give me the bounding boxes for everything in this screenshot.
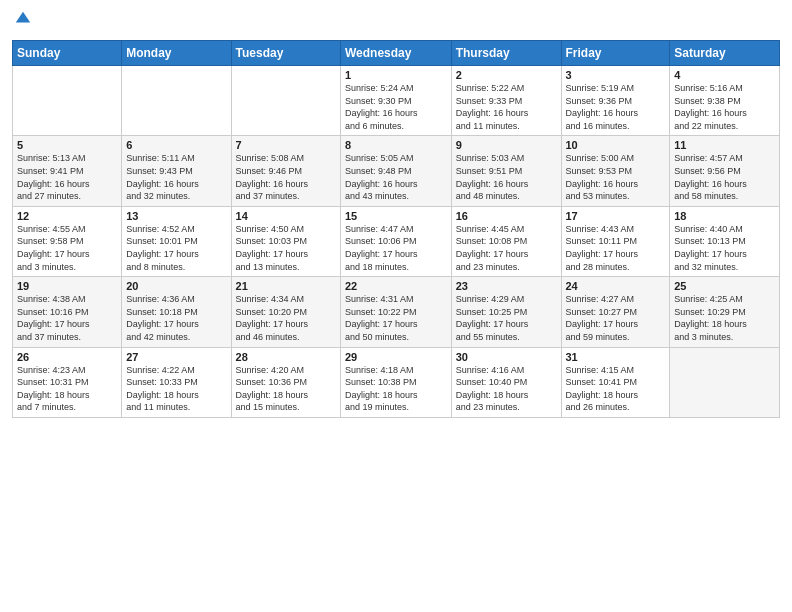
calendar-cell: 19Sunrise: 4:38 AM Sunset: 10:16 PM Dayl… [13, 277, 122, 347]
day-number: 1 [345, 69, 447, 81]
calendar-header-monday: Monday [122, 41, 231, 66]
calendar-cell: 3Sunrise: 5:19 AM Sunset: 9:36 PM Daylig… [561, 66, 670, 136]
day-number: 23 [456, 280, 557, 292]
calendar-header-row: SundayMondayTuesdayWednesdayThursdayFrid… [13, 41, 780, 66]
day-number: 18 [674, 210, 775, 222]
day-number: 30 [456, 351, 557, 363]
day-info: Sunrise: 4:45 AM Sunset: 10:08 PM Daylig… [456, 223, 557, 273]
calendar-cell: 2Sunrise: 5:22 AM Sunset: 9:33 PM Daylig… [451, 66, 561, 136]
calendar-cell [13, 66, 122, 136]
calendar-cell: 27Sunrise: 4:22 AM Sunset: 10:33 PM Dayl… [122, 347, 231, 417]
day-number: 6 [126, 139, 226, 151]
day-number: 5 [17, 139, 117, 151]
calendar-cell: 29Sunrise: 4:18 AM Sunset: 10:38 PM Dayl… [341, 347, 452, 417]
day-info: Sunrise: 4:38 AM Sunset: 10:16 PM Daylig… [17, 293, 117, 343]
day-number: 20 [126, 280, 226, 292]
calendar-cell: 8Sunrise: 5:05 AM Sunset: 9:48 PM Daylig… [341, 136, 452, 206]
day-info: Sunrise: 4:27 AM Sunset: 10:27 PM Daylig… [566, 293, 666, 343]
day-info: Sunrise: 5:00 AM Sunset: 9:53 PM Dayligh… [566, 152, 666, 202]
calendar-cell: 28Sunrise: 4:20 AM Sunset: 10:36 PM Dayl… [231, 347, 340, 417]
calendar-cell: 5Sunrise: 5:13 AM Sunset: 9:41 PM Daylig… [13, 136, 122, 206]
calendar-cell: 21Sunrise: 4:34 AM Sunset: 10:20 PM Dayl… [231, 277, 340, 347]
calendar-cell: 12Sunrise: 4:55 AM Sunset: 9:58 PM Dayli… [13, 206, 122, 276]
day-number: 7 [236, 139, 336, 151]
logo-icon [14, 10, 32, 28]
calendar-cell: 30Sunrise: 4:16 AM Sunset: 10:40 PM Dayl… [451, 347, 561, 417]
day-info: Sunrise: 4:25 AM Sunset: 10:29 PM Daylig… [674, 293, 775, 343]
day-number: 28 [236, 351, 336, 363]
calendar-cell: 4Sunrise: 5:16 AM Sunset: 9:38 PM Daylig… [670, 66, 780, 136]
calendar-cell: 6Sunrise: 5:11 AM Sunset: 9:43 PM Daylig… [122, 136, 231, 206]
calendar-cell: 14Sunrise: 4:50 AM Sunset: 10:03 PM Dayl… [231, 206, 340, 276]
day-info: Sunrise: 4:55 AM Sunset: 9:58 PM Dayligh… [17, 223, 117, 273]
day-info: Sunrise: 4:40 AM Sunset: 10:13 PM Daylig… [674, 223, 775, 273]
day-number: 31 [566, 351, 666, 363]
calendar-cell: 31Sunrise: 4:15 AM Sunset: 10:41 PM Dayl… [561, 347, 670, 417]
day-number: 19 [17, 280, 117, 292]
day-number: 22 [345, 280, 447, 292]
calendar-week-row: 12Sunrise: 4:55 AM Sunset: 9:58 PM Dayli… [13, 206, 780, 276]
calendar-cell: 18Sunrise: 4:40 AM Sunset: 10:13 PM Dayl… [670, 206, 780, 276]
day-info: Sunrise: 5:22 AM Sunset: 9:33 PM Dayligh… [456, 82, 557, 132]
day-info: Sunrise: 5:13 AM Sunset: 9:41 PM Dayligh… [17, 152, 117, 202]
day-number: 9 [456, 139, 557, 151]
day-info: Sunrise: 4:23 AM Sunset: 10:31 PM Daylig… [17, 364, 117, 414]
calendar-cell: 13Sunrise: 4:52 AM Sunset: 10:01 PM Dayl… [122, 206, 231, 276]
day-info: Sunrise: 4:18 AM Sunset: 10:38 PM Daylig… [345, 364, 447, 414]
calendar-cell [670, 347, 780, 417]
day-info: Sunrise: 4:52 AM Sunset: 10:01 PM Daylig… [126, 223, 226, 273]
day-info: Sunrise: 4:57 AM Sunset: 9:56 PM Dayligh… [674, 152, 775, 202]
calendar-week-row: 26Sunrise: 4:23 AM Sunset: 10:31 PM Dayl… [13, 347, 780, 417]
calendar-cell: 16Sunrise: 4:45 AM Sunset: 10:08 PM Dayl… [451, 206, 561, 276]
day-number: 21 [236, 280, 336, 292]
day-info: Sunrise: 4:16 AM Sunset: 10:40 PM Daylig… [456, 364, 557, 414]
day-number: 15 [345, 210, 447, 222]
day-info: Sunrise: 5:03 AM Sunset: 9:51 PM Dayligh… [456, 152, 557, 202]
day-info: Sunrise: 5:11 AM Sunset: 9:43 PM Dayligh… [126, 152, 226, 202]
header [12, 10, 780, 32]
day-number: 26 [17, 351, 117, 363]
calendar-header-sunday: Sunday [13, 41, 122, 66]
calendar-cell [231, 66, 340, 136]
calendar-cell: 10Sunrise: 5:00 AM Sunset: 9:53 PM Dayli… [561, 136, 670, 206]
calendar-cell: 15Sunrise: 4:47 AM Sunset: 10:06 PM Dayl… [341, 206, 452, 276]
day-info: Sunrise: 4:22 AM Sunset: 10:33 PM Daylig… [126, 364, 226, 414]
svg-marker-0 [16, 12, 30, 23]
day-info: Sunrise: 5:24 AM Sunset: 9:30 PM Dayligh… [345, 82, 447, 132]
calendar-week-row: 19Sunrise: 4:38 AM Sunset: 10:16 PM Dayl… [13, 277, 780, 347]
day-number: 10 [566, 139, 666, 151]
day-number: 17 [566, 210, 666, 222]
calendar-cell [122, 66, 231, 136]
day-number: 11 [674, 139, 775, 151]
calendar-cell: 17Sunrise: 4:43 AM Sunset: 10:11 PM Dayl… [561, 206, 670, 276]
calendar-cell: 26Sunrise: 4:23 AM Sunset: 10:31 PM Dayl… [13, 347, 122, 417]
day-number: 29 [345, 351, 447, 363]
calendar-cell: 7Sunrise: 5:08 AM Sunset: 9:46 PM Daylig… [231, 136, 340, 206]
day-info: Sunrise: 5:19 AM Sunset: 9:36 PM Dayligh… [566, 82, 666, 132]
day-number: 16 [456, 210, 557, 222]
logo [12, 10, 34, 32]
day-info: Sunrise: 5:08 AM Sunset: 9:46 PM Dayligh… [236, 152, 336, 202]
calendar-week-row: 5Sunrise: 5:13 AM Sunset: 9:41 PM Daylig… [13, 136, 780, 206]
day-number: 24 [566, 280, 666, 292]
day-info: Sunrise: 4:50 AM Sunset: 10:03 PM Daylig… [236, 223, 336, 273]
day-info: Sunrise: 4:29 AM Sunset: 10:25 PM Daylig… [456, 293, 557, 343]
calendar-cell: 1Sunrise: 5:24 AM Sunset: 9:30 PM Daylig… [341, 66, 452, 136]
calendar-cell: 25Sunrise: 4:25 AM Sunset: 10:29 PM Dayl… [670, 277, 780, 347]
calendar-cell: 24Sunrise: 4:27 AM Sunset: 10:27 PM Dayl… [561, 277, 670, 347]
day-info: Sunrise: 5:05 AM Sunset: 9:48 PM Dayligh… [345, 152, 447, 202]
calendar: SundayMondayTuesdayWednesdayThursdayFrid… [12, 40, 780, 418]
day-number: 13 [126, 210, 226, 222]
day-number: 8 [345, 139, 447, 151]
calendar-cell: 11Sunrise: 4:57 AM Sunset: 9:56 PM Dayli… [670, 136, 780, 206]
day-info: Sunrise: 4:20 AM Sunset: 10:36 PM Daylig… [236, 364, 336, 414]
day-info: Sunrise: 5:16 AM Sunset: 9:38 PM Dayligh… [674, 82, 775, 132]
day-info: Sunrise: 4:47 AM Sunset: 10:06 PM Daylig… [345, 223, 447, 273]
day-number: 12 [17, 210, 117, 222]
day-number: 4 [674, 69, 775, 81]
day-number: 14 [236, 210, 336, 222]
day-info: Sunrise: 4:31 AM Sunset: 10:22 PM Daylig… [345, 293, 447, 343]
day-number: 2 [456, 69, 557, 81]
day-number: 27 [126, 351, 226, 363]
day-info: Sunrise: 4:34 AM Sunset: 10:20 PM Daylig… [236, 293, 336, 343]
